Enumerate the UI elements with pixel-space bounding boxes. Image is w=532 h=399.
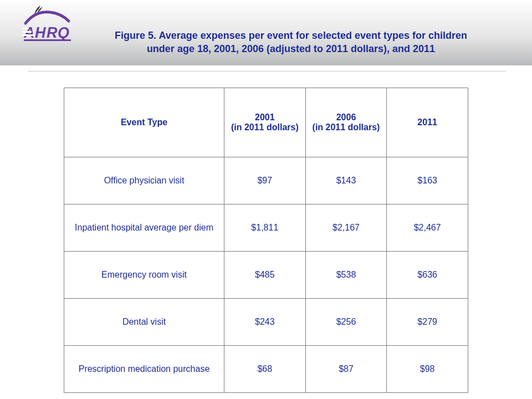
table-row: Emergency room visit $485 $538 $636 bbox=[64, 252, 468, 299]
divider bbox=[28, 71, 506, 71]
cell-value: $2,467 bbox=[387, 204, 468, 252]
cell-value: $68 bbox=[224, 346, 306, 393]
cell-event-type: Emergency room visit bbox=[64, 252, 224, 299]
cell-value: $1,811 bbox=[224, 204, 306, 252]
cell-value: $143 bbox=[305, 157, 387, 204]
svg-text:H: H bbox=[35, 24, 46, 41]
cell-value: $485 bbox=[224, 252, 306, 299]
cell-value: $256 bbox=[305, 299, 387, 346]
cell-event-type: Dental visit bbox=[64, 299, 224, 346]
svg-rect-7 bbox=[22, 34, 34, 36]
column-header-2006: 2006(in 2011 dollars) bbox=[305, 88, 387, 157]
table-header-row: Event Type 2001(in 2011 dollars) 2006(in… bbox=[64, 88, 468, 157]
svg-text:Q: Q bbox=[58, 24, 69, 41]
cell-value: $97 bbox=[224, 157, 306, 204]
table-row: Dental visit $243 $256 $279 bbox=[64, 299, 468, 346]
svg-rect-6 bbox=[22, 31, 32, 33]
expense-table: Event Type 2001(in 2011 dollars) 2006(in… bbox=[64, 88, 468, 393]
svg-rect-4 bbox=[24, 39, 71, 41]
cell-value: $163 bbox=[387, 157, 468, 204]
table-row: Inpatient hospital average per diem $1,8… bbox=[64, 204, 468, 252]
table-row: Office physician visit $97 $143 $163 bbox=[64, 157, 468, 204]
column-header-2001: 2001(in 2011 dollars) bbox=[224, 88, 306, 157]
cell-event-type: Inpatient hospital average per diem bbox=[64, 204, 224, 252]
cell-value: $279 bbox=[387, 299, 468, 346]
cell-event-type: Office physician visit bbox=[64, 157, 224, 204]
cell-value: $2,167 bbox=[305, 204, 387, 252]
ahrq-logo-icon: A H R Q bbox=[22, 4, 72, 44]
column-header-event-type: Event Type bbox=[64, 88, 224, 157]
cell-value: $538 bbox=[305, 252, 387, 299]
svg-rect-5 bbox=[22, 28, 29, 29]
table-row: Prescription medication purchase $68 $87… bbox=[64, 346, 468, 393]
cell-value: $87 bbox=[305, 346, 387, 393]
cell-event-type: Prescription medication purchase bbox=[64, 346, 224, 393]
cell-value: $636 bbox=[387, 252, 468, 299]
svg-text:R: R bbox=[47, 24, 58, 41]
column-header-2011: 2011 bbox=[387, 88, 468, 157]
cell-value: $243 bbox=[224, 299, 306, 346]
cell-value: $98 bbox=[387, 346, 468, 393]
figure-title: Figure 5. Average expenses per event for… bbox=[105, 29, 477, 55]
